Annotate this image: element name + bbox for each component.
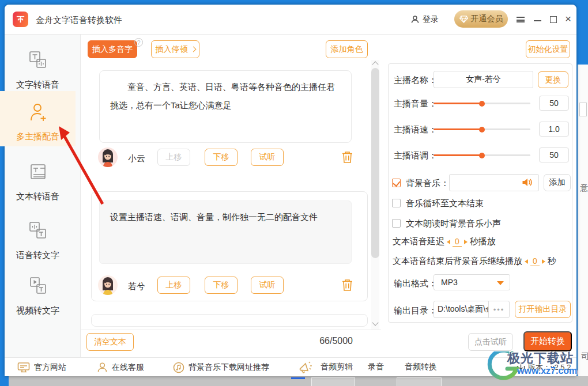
duck-label: 文本朗读时背景音乐小声 <box>406 218 501 229</box>
anchor-text-input[interactable]: 童音、方言、英语、日语、粤语等各种音色的主播任君挑选，总有一个Ta让您心满意足 <box>99 70 352 143</box>
anchor-text: 设置主播语速、语调、音量，制作独一无二的配音文件 <box>110 208 341 226</box>
anchor-block-partial <box>91 314 368 327</box>
text-to-speech-icon <box>25 48 51 74</box>
speed-slider[interactable] <box>434 128 530 130</box>
login-button[interactable]: 登录 <box>410 14 439 25</box>
delete-anchor-icon[interactable] <box>341 278 353 294</box>
insert-polyphonic-button[interactable]: 插入多音字 <box>88 40 137 58</box>
bgm-download-label: 背景音乐下载网址推荐 <box>189 362 269 373</box>
stepper-increase-icon[interactable] <box>464 240 468 244</box>
sidebar-item-text-to-speech[interactable]: 文字转语音 <box>0 40 76 91</box>
clear-text-button[interactable]: 清空文本 <box>86 333 134 351</box>
sidebar-item-label: 文本转语音 <box>16 191 59 202</box>
slider-thumb[interactable] <box>479 101 485 107</box>
delay-row: 文本语音延迟0秒播放 <box>393 236 566 247</box>
vip-label: 开通会员 <box>471 14 503 24</box>
sidebar-item-speech-to-text[interactable]: 语音转文字 <box>0 211 76 263</box>
anchor-avatar <box>98 275 118 295</box>
duck-checkbox[interactable] <box>392 219 401 228</box>
textfile-to-speech-icon <box>25 160 51 186</box>
preview-all-button[interactable]: 点击试听 <box>468 333 513 351</box>
move-down-button[interactable]: 下移 <box>205 277 238 294</box>
vip-upgrade-button[interactable]: 开通会员 <box>454 10 508 28</box>
anchor-text-input[interactable]: 设置主播语速、语调、音量，制作独一无二的配音文件 <box>99 200 352 264</box>
anchor-name: 小云 <box>128 153 145 164</box>
delete-anchor-icon[interactable] <box>341 150 353 166</box>
start-convert-button[interactable]: 开始转换 <box>523 331 572 351</box>
tail-row: 文本语音结束后背景音乐继续播放0秒 <box>393 256 572 267</box>
slider-thumb[interactable] <box>479 127 485 133</box>
change-anchor-button[interactable]: 更换 <box>538 71 568 88</box>
output-dir-input[interactable]: D:\tools\桌面\金 <box>434 301 489 318</box>
logo-glyph <box>15 14 26 25</box>
minimize-icon[interactable] <box>534 20 541 21</box>
stepper-decrease-icon[interactable] <box>525 259 528 264</box>
audio-edit-link[interactable]: 音频剪辑 <box>321 362 353 372</box>
scrollbar-thumb[interactable] <box>371 68 379 258</box>
pitch-label: 主播语调： <box>394 150 437 161</box>
speech-to-text-icon <box>25 219 51 244</box>
insert-pause-button[interactable]: 插入停顿 <box>151 40 199 58</box>
add-bgm-button[interactable]: 添加 <box>544 174 571 191</box>
volume-value-input[interactable]: 50 <box>539 96 569 111</box>
app-title: 金舟文字语音转换软件 <box>36 15 122 26</box>
output-format-value: MP3 <box>441 278 458 287</box>
official-site-link[interactable]: 官方网站 <box>17 362 66 373</box>
background-text-fragment: 司 <box>581 351 588 362</box>
divider <box>81 330 381 330</box>
delay-stepper[interactable]: 0 <box>447 237 468 247</box>
move-up-button[interactable]: 上移 <box>157 277 190 294</box>
official-site-label: 官方网站 <box>34 362 66 373</box>
delay-suffix: 秒播放 <box>470 236 496 246</box>
preview-button[interactable]: 试听 <box>251 277 284 294</box>
slider-thumb[interactable] <box>479 153 485 158</box>
sidebar-item-multi-anchor-dubbing[interactable]: 多主播配音 <box>0 91 76 146</box>
output-format-label: 输出格式： <box>394 278 437 289</box>
stepper-increase-icon[interactable] <box>542 259 545 264</box>
init-settings-button[interactable]: 初始化设置 <box>526 40 570 58</box>
char-counter: 66/5000 <box>288 336 353 346</box>
app-logo-icon <box>13 12 28 27</box>
multi-anchor-icon <box>25 100 51 126</box>
browse-dir-button[interactable]: ••• <box>488 301 510 318</box>
pitch-value-input[interactable]: 50 <box>539 147 569 162</box>
audio-convert-link[interactable]: 音频转换 <box>405 362 437 372</box>
pitch-slider[interactable] <box>434 154 530 156</box>
record-label: 录音 <box>368 362 384 372</box>
volume-slider[interactable] <box>434 103 530 104</box>
move-up-button[interactable]: 上移 <box>157 149 190 166</box>
speed-value-input[interactable]: 1.0 <box>539 122 569 137</box>
help-icon[interactable]: ? <box>134 38 143 47</box>
background-button-fragment <box>311 377 355 386</box>
close-icon[interactable]: × <box>565 13 571 24</box>
update-icon <box>517 364 525 372</box>
stepper-decrease-icon[interactable] <box>447 240 450 244</box>
login-label: 登录 <box>423 14 439 25</box>
sidebar-item-textfile-to-speech[interactable]: 文本转语音 <box>0 151 76 204</box>
output-format-select[interactable]: MP3 <box>434 274 510 290</box>
music-circle-icon <box>173 362 184 373</box>
preview-button[interactable]: 试听 <box>251 149 284 166</box>
open-output-dir-button[interactable]: 打开输出目录 <box>515 301 571 318</box>
add-role-button[interactable]: 添加角色 <box>326 40 368 58</box>
loop-checkbox[interactable] <box>392 199 401 207</box>
online-service-link[interactable]: 在线客服 <box>97 362 144 373</box>
loop-label: 音乐循环至文本结束 <box>406 198 484 209</box>
sidebar-item-video-to-text[interactable]: 视频转文字 <box>0 266 76 318</box>
menu-icon[interactable] <box>517 17 525 22</box>
maximize-icon[interactable] <box>550 16 557 23</box>
tail-suffix: 秒 <box>548 256 556 266</box>
anchor-name: 若兮 <box>128 281 145 292</box>
sidebar-item-label: 视频转文字 <box>16 305 59 316</box>
bgm-download-link[interactable]: 背景音乐下载网址推荐 <box>173 362 269 373</box>
user-icon <box>410 15 420 24</box>
sidebar-item-label: 文字转语音 <box>16 80 59 90</box>
move-down-button[interactable]: 下移 <box>205 149 238 166</box>
speaker-icon[interactable] <box>522 177 533 190</box>
record-link[interactable]: 录音 <box>368 362 384 372</box>
bgm-checkbox[interactable] <box>392 179 401 187</box>
anchor-name-input[interactable]: 女声-若兮 <box>434 71 533 88</box>
bgm-label: 背景音乐： <box>406 178 449 189</box>
tail-stepper[interactable]: 0 <box>525 257 545 266</box>
speed-label: 主播语速： <box>394 124 437 135</box>
